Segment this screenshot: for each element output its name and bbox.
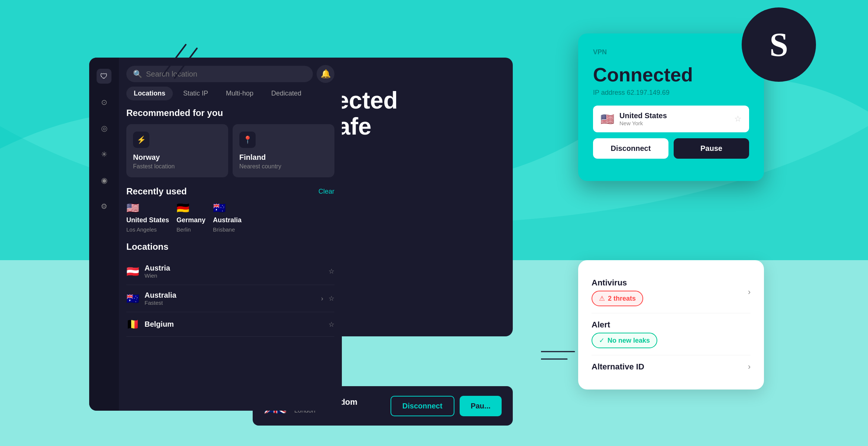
belgium-info: Belgium [145,320,323,329]
right-pause-button[interactable]: Pause [674,138,749,159]
location-selector-info: United States New York [619,112,729,126]
location-selector[interactable]: 🇺🇸 United States New York ☆ [593,106,749,132]
threats-text: 2 threats [608,295,636,303]
vpn-app-window: 🛡 ⊙ ◎ ✳ ◉ ⚙ 🔍 🔔 Locations Static IP Mult… [89,58,342,411]
antivirus-section: Antivirus ⚠ 2 threats [592,278,643,306]
search-input-wrap[interactable]: 🔍 [126,66,313,82]
alert-row: Alert ✓ No new leaks [592,313,751,355]
location-item-australia[interactable]: 🇦🇺 Australia Fastest › ☆ [126,285,334,312]
locations-list: 🇦🇹 Austria Wien ☆ 🇦🇺 Australia Fastest › [119,258,342,411]
vpn-label: VPN [593,48,749,56]
au-flag-icon: 🇦🇺 [213,202,226,214]
right-connected-card: VPN Connected IP address 62.197.149.69 🇺… [578,33,764,181]
austria-name: Austria [145,264,323,272]
sidebar-icon-alert[interactable]: ◎ [97,121,111,136]
tab-locations[interactable]: Locations [126,87,173,100]
sidebar-icon-shield[interactable]: 🛡 [97,69,111,84]
rec-card-finland-name: Finland [239,153,328,162]
location-selector-star-icon[interactable]: ☆ [734,114,742,124]
location-selector-country: United States [619,112,729,120]
location-card-actions: Disconnect Pau... [391,396,502,416]
recent-au-city: Brisbane [213,226,235,233]
austria-city: Wien [145,272,323,279]
tab-dedicated[interactable]: Dedicated [264,87,309,100]
sidebar-icon-faceid[interactable]: ⊙ [97,95,111,110]
rec-card-finland[interactable]: 📍 Finland Nearest country [233,124,334,177]
belgium-star-icon[interactable]: ☆ [328,320,334,329]
pause-button[interactable]: Pau... [460,396,502,416]
belgium-name: Belgium [145,320,323,329]
right-action-buttons: Disconnect Pause [593,138,749,159]
sidebar-icon-settings[interactable]: ⚙ [97,199,111,214]
threats-badge: ⚠ 2 threats [592,291,643,306]
austria-star-icon[interactable]: ☆ [328,267,334,275]
australia-chevron-icon[interactable]: › [321,295,323,303]
us-selector-flag-icon: 🇺🇸 [600,113,614,126]
antivirus-row[interactable]: Antivirus ⚠ 2 threats › [592,271,751,313]
tab-static-ip[interactable]: Static IP [176,87,216,100]
svg-line-4 [175,48,197,78]
sidebar: 🛡 ⊙ ◎ ✳ ◉ ⚙ [89,58,119,411]
no-leaks-badge: ✓ No new leaks [592,333,657,348]
right-disconnect-button[interactable]: Disconnect [593,138,668,159]
recently-used-header: Recently used Clear [119,186,342,197]
recommended-cards: ⚡ Norway Fastest location 📍 Finland Near… [119,124,342,177]
australia-city: Fastest [145,300,316,306]
search-icon: 🔍 [133,70,142,78]
svg-line-3 [163,45,186,74]
alternative-id-chevron-icon[interactable]: › [748,362,751,372]
recent-us-city: Los Angeles [126,226,157,233]
alert-title: Alert [592,320,657,330]
recent-de-city: Berlin [176,226,191,233]
antivirus-title: Antivirus [592,278,643,288]
rec-card-finland-sub: Nearest country [239,163,328,170]
australia-info: Australia Fastest [145,291,316,306]
main-panel: 🔍 🔔 Locations Static IP Multi-hop Dedica… [119,58,342,411]
austria-info: Austria Wien [145,264,323,279]
australia-name: Australia [145,291,316,300]
sidebar-icon-bug[interactable]: ✳ [97,147,111,162]
decorative-lines-bottom [541,348,578,372]
antivirus-panel: Antivirus ⚠ 2 threats › Alert ✓ No new l… [578,260,764,390]
antivirus-chevron-icon[interactable]: › [748,287,751,297]
location-item-austria[interactable]: 🇦🇹 Austria Wien ☆ [126,258,334,285]
rec-card-norway-sub: Fastest location [133,163,221,170]
belgium-actions: ☆ [328,320,334,329]
recently-used-list: 🇺🇸 United States Los Angeles 🇩🇪 Germany … [119,202,342,233]
clear-recently-used-button[interactable]: Clear [318,188,334,195]
recently-used-title: Recently used [126,186,187,197]
lightning-icon: ⚡ [133,132,149,148]
disconnect-button[interactable]: Disconnect [391,396,454,416]
no-leaks-check-icon: ✓ [599,336,605,345]
recent-item-de[interactable]: 🇩🇪 Germany Berlin [176,202,205,233]
us-flag-icon: 🇺🇸 [126,202,139,214]
recent-item-us[interactable]: 🇺🇸 United States Los Angeles [126,202,169,233]
location-selector-city: New York [619,120,729,126]
pin-icon: 📍 [239,132,256,148]
threats-warning-icon: ⚠ [599,294,605,303]
tabs-bar: Locations Static IP Multi-hop Dedicated [119,87,342,100]
recent-au-country: Australia [213,216,242,224]
location-item-belgium[interactable]: 🇧🇪 Belgium ☆ [126,312,334,337]
alternative-id-row[interactable]: Alternative ID › [592,355,751,378]
recent-item-au[interactable]: 🇦🇺 Australia Brisbane [213,202,242,233]
decorative-lines-top [156,37,201,83]
recent-us-country: United States [126,216,169,224]
sidebar-icon-search[interactable]: ◉ [97,173,111,188]
australia-star-icon[interactable]: ☆ [328,294,334,303]
rec-card-norway-name: Norway [133,153,221,162]
alternative-id-title: Alternative ID [592,362,644,372]
de-flag-icon: 🇩🇪 [176,202,190,214]
notification-bell-button[interactable]: 🔔 [317,65,334,83]
right-connected-title: Connected [593,64,749,86]
no-leaks-text: No new leaks [608,337,650,345]
ip-address-text: IP address 62.197.149.69 [593,89,749,97]
surfshark-logo: S [742,7,816,82]
rec-card-norway[interactable]: ⚡ Norway Fastest location [126,124,228,177]
austria-actions: ☆ [328,267,334,275]
australia-actions: › ☆ [321,294,334,303]
belgium-flag-icon: 🇧🇪 [126,318,139,330]
tab-multihop[interactable]: Multi-hop [218,87,261,100]
recent-de-country: Germany [176,216,205,224]
australia-flag-icon: 🇦🇺 [126,293,139,305]
